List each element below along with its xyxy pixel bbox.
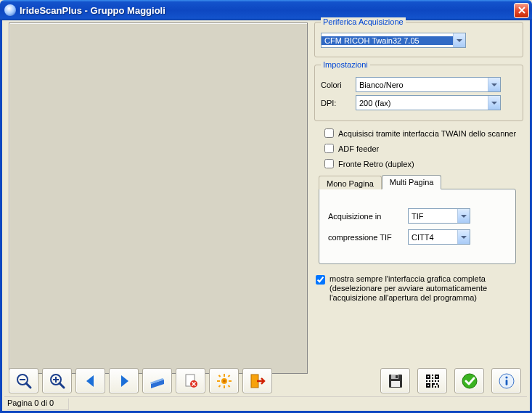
floppy-disk-icon [387, 372, 404, 390]
chevron-down-icon [457, 209, 470, 223]
settings-groupbox: Impostazioni Colori Bianco/Nero DPI: 200… [314, 65, 523, 121]
svg-rect-37 [433, 383, 435, 385]
confirm-button[interactable] [454, 368, 484, 393]
tabstrip: Mono Pagina Multi Pagina [319, 175, 523, 189]
check-circle-icon [461, 372, 478, 390]
app-icon [4, 4, 16, 16]
device-groupbox: Periferica Acquisizione CFM RICOH Twain3… [314, 22, 523, 57]
settings-pane: Periferica Acquisizione CFM RICOH Twain3… [314, 22, 523, 303]
info-button[interactable] [491, 368, 521, 393]
svg-rect-16 [218, 385, 221, 388]
titlebar: IrideScanPlus - Gruppo Maggioli [0, 0, 532, 20]
show-interface-row: mostra sempre l'interfaccia grafica comp… [316, 274, 523, 303]
exit-button[interactable] [242, 368, 272, 393]
svg-rect-29 [427, 385, 429, 386]
svg-rect-30 [432, 375, 433, 376]
svg-rect-11 [224, 385, 225, 388]
color-label: Colori [321, 81, 356, 89]
show-interface-line3: l'acquisizione all'apertura del programm… [330, 293, 487, 303]
dpi-select-value: 200 (fax) [356, 99, 488, 107]
adf-checkbox-row: ADF feeder [324, 144, 523, 153]
svg-rect-31 [432, 377, 433, 379]
svg-rect-40 [438, 385, 439, 388]
svg-rect-45 [505, 380, 507, 385]
twain-checkbox[interactable] [324, 128, 334, 138]
close-button[interactable] [514, 3, 529, 18]
device-select[interactable]: CFM RICOH Twain32 7.05 [321, 33, 466, 48]
show-interface-line2: (deselezionare per avviare automaticamen… [330, 284, 487, 293]
svg-point-44 [505, 376, 507, 378]
arrow-right-icon [115, 372, 133, 390]
settings-legend: Impostazioni [321, 60, 370, 69]
tab-mono-pagina[interactable]: Mono Pagina [319, 176, 382, 189]
qr-code-icon [424, 372, 441, 390]
chevron-down-icon [488, 78, 500, 91]
duplex-checkbox-row: Fronte Retro (duplex) [324, 159, 523, 168]
svg-rect-13 [229, 380, 232, 382]
tab-multi-pagina[interactable]: Multi Pagina [382, 175, 442, 189]
svg-rect-27 [427, 376, 429, 377]
tabs: Mono Pagina Multi Pagina Acquisizione in… [319, 174, 523, 264]
barcode-button[interactable] [417, 368, 447, 393]
acquisition-format-label: Acquisizione in [328, 212, 408, 221]
tab-panel-multi: Acquisizione in TIF compressione TIF CIT… [319, 189, 516, 264]
gear-icon [216, 372, 233, 390]
svg-rect-12 [217, 380, 220, 382]
acquisition-format-select[interactable]: TIF [408, 208, 470, 224]
device-select-value: CFM RICOH Twain32 7.05 [322, 36, 453, 45]
tif-compression-label: compressione TIF [328, 233, 408, 242]
status-bar: Pagina 0 di 0 [4, 396, 527, 409]
duplex-label: Fronte Retro (duplex) [338, 160, 414, 168]
svg-rect-39 [435, 386, 436, 388]
window-title: IrideScanPlus - Gruppo Maggioli [20, 5, 514, 16]
preview-panel [9, 23, 308, 374]
show-interface-text: mostra sempre l'interfaccia grafica comp… [330, 274, 487, 303]
svg-rect-23 [391, 381, 400, 387]
toolbar-left [9, 368, 272, 393]
svg-rect-15 [227, 375, 230, 377]
save-button[interactable] [380, 368, 410, 393]
adf-label: ADF feeder [338, 144, 379, 153]
exit-icon [249, 372, 266, 390]
dpi-label: DPI: [321, 99, 356, 107]
svg-rect-28 [436, 376, 438, 377]
zoom-in-button[interactable] [42, 368, 72, 393]
zoom-in-icon [49, 372, 66, 390]
svg-rect-33 [435, 380, 436, 382]
prev-page-button[interactable] [75, 368, 105, 393]
scan-button[interactable] [142, 368, 172, 393]
show-interface-line1: mostra sempre l'interfaccia grafica comp… [330, 274, 487, 284]
zoom-out-button[interactable] [9, 368, 38, 393]
show-interface-checkbox[interactable] [316, 275, 325, 285]
svg-rect-22 [396, 375, 398, 378]
svg-point-42 [462, 374, 477, 388]
next-page-button[interactable] [109, 368, 139, 393]
color-select[interactable]: Bianco/Nero [356, 77, 501, 92]
acquisition-format-value: TIF [409, 212, 457, 221]
settings-button[interactable] [209, 368, 239, 393]
svg-rect-35 [426, 380, 427, 382]
twain-label: Acquisisci tramite interfaccia TWAIN del… [338, 129, 516, 138]
delete-page-button[interactable] [176, 368, 205, 393]
toolbar-right [380, 368, 521, 393]
chevron-down-icon [453, 33, 465, 47]
svg-rect-34 [438, 380, 439, 382]
svg-rect-41 [432, 383, 433, 388]
svg-line-4 [60, 383, 64, 388]
dpi-select[interactable]: 200 (fax) [356, 95, 501, 110]
zoom-out-icon [15, 372, 33, 390]
svg-rect-10 [224, 374, 225, 377]
document-delete-icon [182, 372, 200, 390]
client-area: Periferica Acquisizione CFM RICOH Twain3… [0, 20, 532, 413]
adf-checkbox[interactable] [324, 144, 334, 153]
chevron-down-icon [488, 96, 500, 110]
arrow-left-icon [82, 372, 99, 390]
svg-rect-17 [227, 385, 230, 388]
color-select-value: Bianco/Nero [356, 81, 488, 89]
chevron-down-icon [457, 230, 470, 244]
tif-compression-select[interactable]: CITT4 [408, 229, 470, 245]
svg-line-1 [26, 383, 30, 388]
svg-point-18 [223, 380, 226, 383]
info-icon [498, 372, 515, 390]
duplex-checkbox[interactable] [324, 159, 334, 168]
